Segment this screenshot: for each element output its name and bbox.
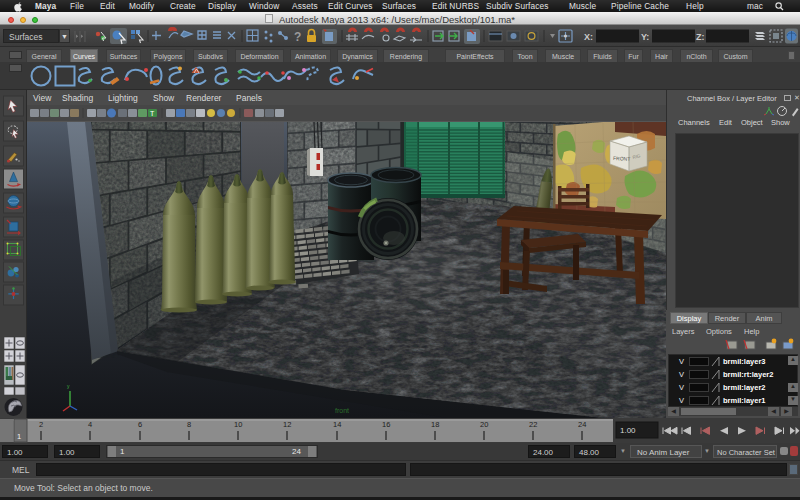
svg-text:Z:: Z: (696, 32, 705, 42)
svg-text:1.00: 1.00 (620, 426, 636, 435)
svg-text:22: 22 (529, 420, 537, 429)
svg-text:20: 20 (480, 420, 488, 429)
svg-text:2: 2 (39, 420, 43, 429)
svg-text:24: 24 (578, 420, 586, 429)
svg-text:8: 8 (187, 420, 191, 429)
svg-text:12: 12 (283, 420, 291, 429)
svg-text:X:: X: (584, 32, 593, 42)
svg-text:18: 18 (431, 420, 439, 429)
svg-text:?: ? (294, 30, 301, 44)
svg-text:Y:: Y: (641, 32, 649, 42)
svg-text:6: 6 (138, 420, 142, 429)
svg-text:4: 4 (88, 420, 92, 429)
svg-text:front: front (335, 407, 349, 414)
svg-text:FRONT: FRONT (613, 155, 631, 162)
svg-text:14: 14 (333, 420, 341, 429)
svg-text:16: 16 (382, 420, 390, 429)
svg-text:T: T (150, 110, 155, 117)
svg-text:10: 10 (234, 420, 242, 429)
svg-text:1: 1 (17, 432, 21, 441)
